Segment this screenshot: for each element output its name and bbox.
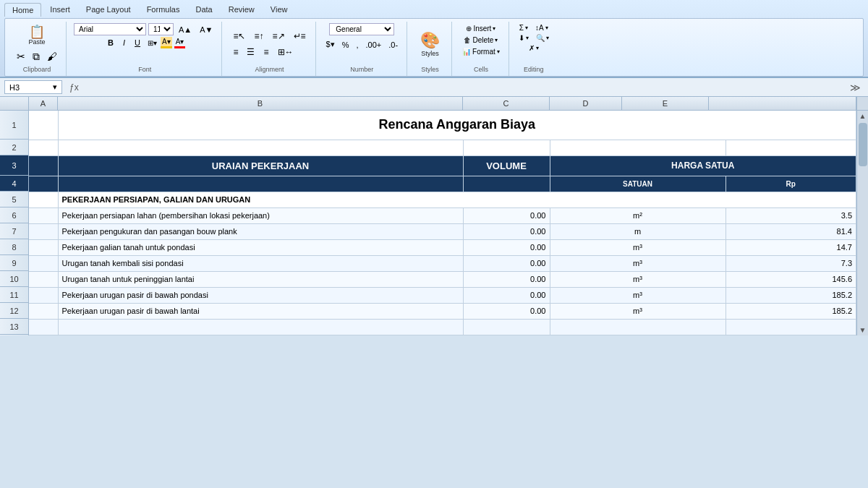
cell-c10[interactable]: 0.00 bbox=[463, 271, 550, 287]
align-top-right-button[interactable]: ≡↗ bbox=[269, 29, 289, 43]
cell-b12[interactable]: Pekerjaan urugan pasir di bawah lantai bbox=[58, 303, 463, 319]
cell-c8[interactable]: 0.00 bbox=[463, 239, 550, 255]
col-header-e[interactable]: E bbox=[622, 97, 709, 110]
row-header-4[interactable]: 4 bbox=[0, 176, 28, 192]
cell-d8[interactable]: m³ bbox=[550, 239, 726, 255]
cell-d11[interactable]: m³ bbox=[550, 287, 726, 303]
cell-d2[interactable] bbox=[550, 140, 726, 155]
cell-a13[interactable] bbox=[29, 319, 58, 335]
cell-d6[interactable]: m² bbox=[550, 207, 726, 223]
row-header-3[interactable]: 3 bbox=[0, 155, 28, 176]
increase-font-icon[interactable]: A▲ bbox=[176, 24, 195, 35]
bold-button[interactable]: B bbox=[104, 37, 117, 48]
col-header-a[interactable]: A bbox=[29, 97, 58, 110]
scroll-up-arrow[interactable]: ▲ bbox=[859, 111, 867, 121]
highlight-button[interactable]: A▾ bbox=[161, 37, 172, 48]
cell-e8[interactable]: 14.7 bbox=[726, 239, 856, 255]
cell-a3[interactable] bbox=[29, 155, 58, 176]
cell-a6[interactable] bbox=[29, 207, 58, 223]
row-header-11[interactable]: 11 bbox=[0, 287, 28, 303]
cell-e9[interactable]: 7.3 bbox=[726, 255, 856, 271]
clear-button[interactable]: ✗ ▾ bbox=[527, 43, 541, 53]
paste-button[interactable]: 📋 Paste bbox=[24, 23, 50, 48]
tab-page-layout[interactable]: Page Layout bbox=[79, 3, 138, 17]
cell-a2[interactable] bbox=[29, 140, 58, 155]
borders-button[interactable]: ⊞▾ bbox=[146, 38, 158, 48]
cell-b7[interactable]: Pekerjaan pengukuran dan pasangan bouw p… bbox=[58, 223, 463, 239]
cell-b1[interactable]: Rencana Anggaran Biaya bbox=[58, 111, 856, 140]
formula-function-icon[interactable]: ƒx bbox=[67, 82, 82, 93]
delete-button[interactable]: 🗑 Delete ▾ bbox=[461, 35, 501, 46]
row-header-2[interactable]: 2 bbox=[0, 140, 28, 155]
cell-ref-dropdown[interactable]: ▾ bbox=[53, 82, 57, 92]
cell-a9[interactable] bbox=[29, 255, 58, 271]
cell-c7[interactable]: 0.00 bbox=[463, 223, 550, 239]
cell-a10[interactable] bbox=[29, 271, 58, 287]
number-format-select[interactable]: General Number Currency bbox=[329, 23, 394, 35]
cell-b3[interactable]: URAIAN PEKERJAAN bbox=[58, 155, 463, 176]
cell-reference-box[interactable]: H3 ▾ bbox=[4, 80, 62, 94]
comma-button[interactable]: , bbox=[353, 39, 361, 51]
italic-button[interactable]: I bbox=[119, 37, 129, 48]
cell-d4[interactable]: SATUAN bbox=[550, 176, 726, 192]
font-name-select[interactable]: Arial bbox=[74, 23, 146, 35]
align-top-center-button[interactable]: ≡↑ bbox=[250, 29, 267, 43]
col-header-d[interactable]: D bbox=[550, 97, 622, 110]
row-header-5[interactable]: 5 bbox=[0, 192, 28, 207]
cell-a11[interactable] bbox=[29, 287, 58, 303]
align-center-button[interactable]: ☰ bbox=[243, 45, 258, 59]
format-button[interactable]: 📊 Format ▾ bbox=[459, 46, 503, 57]
cell-b2[interactable] bbox=[58, 140, 463, 155]
cell-c2[interactable] bbox=[463, 140, 550, 155]
cell-a12[interactable] bbox=[29, 303, 58, 319]
tab-view[interactable]: View bbox=[263, 3, 295, 17]
cell-a4[interactable] bbox=[29, 176, 58, 192]
cell-b11[interactable]: Pekerjaan urugan pasir di bawah pondasi bbox=[58, 287, 463, 303]
cell-b4[interactable] bbox=[58, 176, 463, 192]
percent-button[interactable]: % bbox=[339, 39, 352, 51]
font-size-select[interactable]: 11 bbox=[148, 23, 174, 35]
tab-formulas[interactable]: Formulas bbox=[140, 3, 187, 17]
underline-button[interactable]: U bbox=[131, 37, 144, 48]
cell-c9[interactable]: 0.00 bbox=[463, 255, 550, 271]
dollar-button[interactable]: $▾ bbox=[323, 38, 338, 51]
cell-b9[interactable]: Urugan tanah kembali sisi pondasi bbox=[58, 255, 463, 271]
scroll-thumb[interactable] bbox=[859, 123, 867, 166]
decrease-decimal-button[interactable]: .0- bbox=[386, 39, 401, 51]
cell-b5[interactable]: PEKERJAAN PERSIAPAN, GALIAN DAN URUGAN bbox=[58, 192, 856, 207]
decrease-font-icon[interactable]: A▼ bbox=[197, 24, 216, 35]
row-header-12[interactable]: 12 bbox=[0, 303, 28, 319]
row-header-9[interactable]: 9 bbox=[0, 255, 28, 271]
cell-a7[interactable] bbox=[29, 223, 58, 239]
cell-d12[interactable]: m³ bbox=[550, 303, 726, 319]
row-header-1[interactable]: 1 bbox=[0, 111, 28, 140]
vertical-scrollbar[interactable]: ▲ ▼ bbox=[856, 111, 868, 335]
font-color-button[interactable]: A▾ bbox=[174, 37, 186, 48]
tab-review[interactable]: Review bbox=[221, 3, 262, 17]
col-header-b[interactable]: B bbox=[58, 97, 463, 110]
row-header-8[interactable]: 8 bbox=[0, 239, 28, 255]
cell-a1[interactable] bbox=[29, 111, 58, 140]
cell-e13[interactable] bbox=[726, 319, 856, 335]
row-header-6[interactable]: 6 bbox=[0, 207, 28, 223]
cell-d3[interactable]: HARGA SATUA bbox=[550, 155, 856, 176]
fill-button[interactable]: ⬇ ▾ 🔍 ▾ bbox=[516, 33, 551, 43]
cell-c12[interactable]: 0.00 bbox=[463, 303, 550, 319]
cell-a5[interactable] bbox=[29, 192, 58, 207]
cell-c6[interactable]: 0.00 bbox=[463, 207, 550, 223]
cell-c3[interactable]: VOLUME bbox=[463, 155, 550, 176]
wrap-text-button[interactable]: ↵≡ bbox=[290, 29, 310, 43]
cell-a8[interactable] bbox=[29, 239, 58, 255]
cell-e6[interactable]: 3.5 bbox=[726, 207, 856, 223]
align-top-left-button[interactable]: ≡↖ bbox=[229, 29, 249, 43]
cut-icon[interactable]: ✂ bbox=[14, 49, 28, 64]
align-right-button[interactable]: ≡ bbox=[260, 45, 272, 59]
format-painter-icon[interactable]: 🖌 bbox=[44, 49, 60, 64]
formula-input[interactable] bbox=[86, 83, 843, 92]
cell-e12[interactable]: 185.2 bbox=[726, 303, 856, 319]
row-header-7[interactable]: 7 bbox=[0, 223, 28, 239]
expand-formula-button[interactable]: ≫ bbox=[847, 82, 864, 93]
insert-button[interactable]: ⊕ Insert ▾ bbox=[463, 23, 498, 34]
increase-decimal-button[interactable]: .00+ bbox=[363, 39, 385, 51]
cell-d13[interactable] bbox=[550, 319, 726, 335]
